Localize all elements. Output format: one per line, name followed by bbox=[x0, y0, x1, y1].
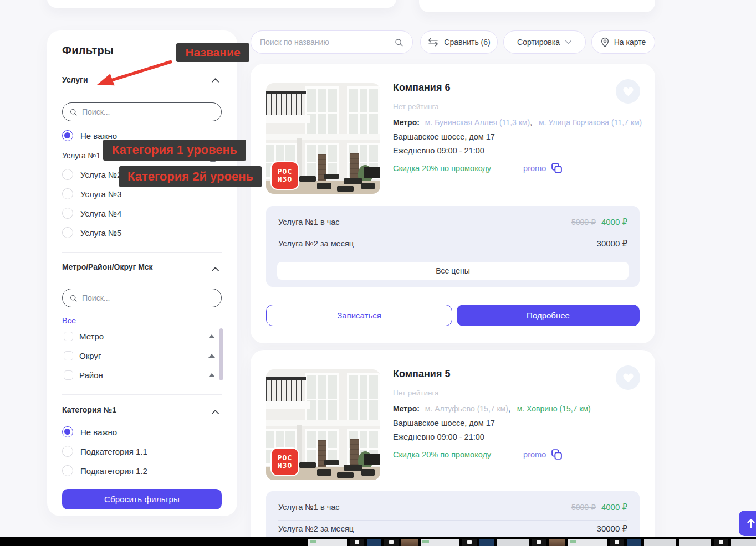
metro-station-link[interactable]: м. Алтуфьево (15,7 км) bbox=[425, 404, 508, 413]
company-photo[interactable]: РОС ИЗО bbox=[266, 369, 380, 480]
collapse-triangle-icon[interactable] bbox=[208, 373, 215, 377]
radio-icon bbox=[62, 188, 73, 199]
compare-button[interactable]: Сравнить (6) bbox=[420, 30, 498, 54]
company-title[interactable]: Компания 5 bbox=[393, 368, 450, 380]
services-search[interactable] bbox=[62, 102, 222, 121]
company-hours: Ежедневно 09:00 - 21:00 bbox=[393, 432, 484, 441]
heart-icon bbox=[622, 373, 634, 383]
chevron-down-icon bbox=[565, 40, 572, 44]
radio-label: Подкатегория 1.1 bbox=[80, 447, 147, 456]
collapse-triangle-icon[interactable] bbox=[208, 354, 215, 358]
radio-option-service-2[interactable]: Услуга №2 bbox=[62, 168, 121, 181]
radio-checked-icon bbox=[62, 130, 73, 141]
map-pin-icon bbox=[601, 37, 609, 48]
company-logo: РОС ИЗО bbox=[270, 447, 299, 476]
reset-filters-button[interactable]: Сбросить фильтры bbox=[62, 489, 222, 509]
radio-icon bbox=[62, 227, 73, 238]
map-label: На карте bbox=[614, 38, 646, 47]
checkbox-label: Метро bbox=[79, 332, 104, 341]
company-discount-line: Скидка 20% по промокоду promo bbox=[393, 449, 563, 460]
checkbox-label: Округ bbox=[79, 351, 101, 360]
old-price: 5000 ₽ bbox=[571, 503, 596, 512]
radio-option-category-none[interactable]: Не важно bbox=[62, 426, 117, 438]
compare-label: Сравнить (6) bbox=[444, 38, 490, 47]
copy-icon[interactable] bbox=[551, 449, 563, 460]
catalog-page: Фильтры Услуги Не важно Услуга №1 Услуга… bbox=[0, 0, 756, 546]
radio-label: Услуга №5 bbox=[80, 228, 121, 238]
radio-option-service-4[interactable]: Услуга №4 bbox=[62, 207, 121, 219]
details-button[interactable]: Подробнее bbox=[457, 305, 640, 326]
company-metro-line: Метро: м. Алтуфьево (15,7 км), м. Ховрин… bbox=[393, 404, 591, 413]
search-icon bbox=[69, 294, 78, 302]
name-search-input[interactable] bbox=[260, 38, 394, 47]
filters-title: Фильтры bbox=[62, 44, 114, 57]
promo-code-link[interactable]: promo bbox=[523, 164, 546, 173]
price-panel: Услуга №1 в час 5000 ₽ 4000 ₽ Услуга №2 … bbox=[266, 206, 640, 287]
old-price: 5000 ₽ bbox=[571, 218, 596, 226]
price: 30000 ₽ bbox=[597, 524, 627, 534]
company-photo[interactable]: РОС ИЗО bbox=[266, 83, 380, 194]
radio-label: Услуга №4 bbox=[80, 209, 121, 218]
new-price: 4000 ₽ bbox=[601, 217, 627, 227]
radio-checked-icon bbox=[62, 426, 73, 437]
company-card: РОС ИЗО Компания 6 Нет рейтинга Метро: м… bbox=[251, 64, 655, 343]
copy-icon[interactable] bbox=[551, 162, 563, 174]
annotation-name: Название bbox=[176, 43, 249, 62]
checkbox-icon bbox=[64, 351, 73, 360]
services-search-input[interactable] bbox=[82, 107, 214, 116]
all-prices-button[interactable]: Все цены bbox=[277, 262, 629, 280]
metro-station-link[interactable]: м. Ховрино (15,7 км) bbox=[517, 404, 591, 413]
chevron-up-icon[interactable] bbox=[211, 409, 219, 415]
chevron-up-icon[interactable] bbox=[211, 78, 219, 83]
radio-icon bbox=[62, 208, 73, 219]
discount-text: Скидка 20% по промокоду bbox=[393, 164, 491, 173]
favorite-button[interactable] bbox=[616, 79, 640, 104]
radio-label: Не важно bbox=[80, 131, 117, 141]
company-metro-line: Метро: м. Бунинская Аллея (11,3 км), м. … bbox=[393, 118, 642, 127]
scroll-to-top-button[interactable] bbox=[739, 511, 756, 536]
checkbox-option-rayon[interactable]: Район bbox=[64, 370, 103, 380]
compare-arrows-icon bbox=[427, 38, 439, 47]
metro-station-link[interactable]: м. Бунинская Аллея (11,3 км) bbox=[425, 118, 530, 127]
sort-dropdown[interactable]: Сортировка bbox=[503, 30, 586, 54]
chevron-up-icon[interactable] bbox=[211, 266, 219, 272]
map-view-button[interactable]: На карте bbox=[591, 30, 655, 54]
checkbox-option-metro[interactable]: Метро bbox=[64, 331, 104, 341]
company-title[interactable]: Компания 6 bbox=[393, 82, 450, 94]
scrollbar-thumb[interactable] bbox=[219, 328, 223, 380]
company-card: РОС ИЗО Компания 5 Нет рейтинга Метро: м… bbox=[251, 350, 655, 546]
annotation-arrow bbox=[91, 57, 180, 90]
partial-card-top-right bbox=[419, 0, 655, 12]
select-all-link[interactable]: Все bbox=[62, 316, 76, 325]
radio-option-subcategory-11[interactable]: Подкатегория 1.1 bbox=[62, 445, 147, 457]
company-address: Варшавское шоссе, дом 17 bbox=[393, 419, 495, 427]
heart-icon bbox=[622, 86, 634, 97]
section-location-title: Метро/Район/Округ Мск bbox=[62, 262, 153, 271]
checkbox-icon bbox=[64, 332, 73, 341]
price-row: Услуга №1 в час 5000 ₽ 4000 ₽ bbox=[278, 496, 627, 519]
favorite-button[interactable] bbox=[616, 365, 640, 390]
name-search[interactable] bbox=[251, 30, 413, 54]
search-icon bbox=[69, 108, 78, 116]
taskbar-thumbnails bbox=[308, 539, 756, 546]
book-button[interactable]: Записаться bbox=[266, 305, 452, 326]
location-search[interactable] bbox=[62, 289, 222, 307]
checkbox-option-okrug[interactable]: Округ bbox=[64, 351, 101, 360]
radio-option-service-3[interactable]: Услуга №3 bbox=[62, 188, 121, 200]
checkbox-label: Район bbox=[79, 370, 103, 380]
radio-icon bbox=[62, 446, 73, 457]
metro-label: Метро: bbox=[393, 404, 420, 413]
radio-option-subcategory-12[interactable]: Подкатегория 1.2 bbox=[62, 465, 147, 477]
location-search-input[interactable] bbox=[82, 293, 214, 302]
metro-station-link[interactable]: м. Улица Горчакова (11,7 км) bbox=[539, 118, 642, 127]
promo-code-link[interactable]: promo bbox=[523, 450, 546, 459]
radio-label: Не важно bbox=[80, 427, 117, 437]
services-group-label[interactable]: Услуга №1 bbox=[62, 151, 100, 160]
section-services-title: Услуги bbox=[62, 75, 88, 84]
annotation-category-level1: Категория 1 уровень bbox=[103, 140, 246, 161]
checkbox-icon bbox=[64, 370, 73, 380]
collapse-triangle-icon[interactable] bbox=[208, 334, 215, 338]
radio-option-service-5[interactable]: Услуга №5 bbox=[62, 226, 121, 239]
price-row: Услуга №2 за месяц 30000 ₽ bbox=[278, 520, 627, 538]
new-price: 4000 ₽ bbox=[601, 502, 627, 512]
